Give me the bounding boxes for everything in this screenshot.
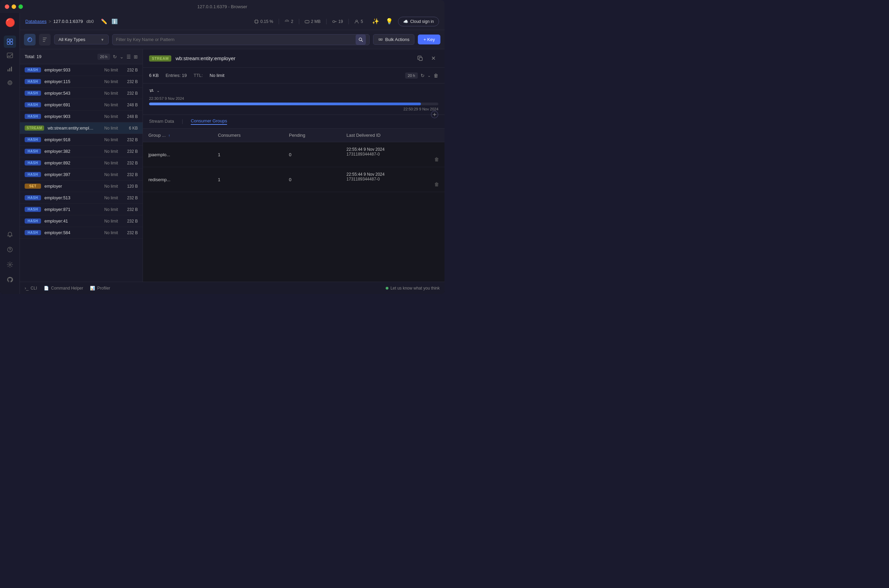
svg-rect-8 bbox=[11, 67, 12, 72]
list-item[interactable]: HASH employer:871 No limit 232 B bbox=[20, 204, 143, 215]
list-item[interactable]: HASH employer:513 No limit 232 B bbox=[20, 192, 143, 204]
ttl-filter-badge: 20 h bbox=[98, 54, 110, 60]
tab-stream-data[interactable]: Stream Data bbox=[149, 118, 174, 124]
ai-assistant-icon[interactable]: ✨ bbox=[371, 16, 381, 27]
svg-point-18 bbox=[359, 38, 362, 40]
refresh-icon[interactable]: ↻ bbox=[113, 54, 117, 60]
row-delete-icon[interactable]: 🗑 bbox=[434, 182, 439, 187]
databases-link[interactable]: Databases bbox=[25, 19, 47, 24]
stat-divider-3 bbox=[326, 19, 327, 24]
cloud-signin-button[interactable]: ☁️ Cloud sign in bbox=[398, 17, 439, 26]
list-item[interactable]: HASH employer:903 No limit 248 B bbox=[20, 111, 143, 122]
tab-consumer-groups[interactable]: Consumer Groups bbox=[191, 118, 227, 125]
command-helper-item[interactable]: 📄 Command Helper bbox=[44, 286, 83, 291]
svg-rect-3 bbox=[7, 42, 10, 45]
svg-rect-1 bbox=[7, 39, 10, 41]
key-name: wb:stream:entity:employer bbox=[48, 126, 94, 130]
ttl-label: TTL: bbox=[194, 73, 203, 78]
copy-key-icon[interactable] bbox=[415, 53, 425, 64]
col-last-delivered[interactable]: Last Delivered ID bbox=[341, 129, 444, 142]
info-icon[interactable]: ℹ️ bbox=[110, 17, 119, 26]
main-pane: Total: 19 20 h ↻ ⌄ ☰ ⊞ HASH employer:933… bbox=[20, 49, 444, 282]
sort-icon: ↑ bbox=[168, 134, 170, 137]
list-item[interactable]: HASH employer:892 No limit 232 B bbox=[20, 157, 143, 169]
key-type-badge: HASH bbox=[25, 91, 41, 96]
key-size: 232 B bbox=[122, 91, 138, 96]
svg-rect-5 bbox=[7, 53, 13, 58]
chevron-down-icon[interactable]: ⌄ bbox=[120, 54, 124, 60]
window-controls bbox=[5, 4, 23, 9]
list-item[interactable]: HASH employer:543 No limit 232 B bbox=[20, 87, 143, 99]
key-name: employer:382 bbox=[44, 149, 94, 154]
detail-header: STREAM wb:stream:entity:employer ✕ bbox=[143, 49, 444, 68]
grid-view-icon[interactable]: ⊞ bbox=[134, 54, 138, 60]
list-item[interactable]: HASH employer:115 No limit 232 B bbox=[20, 76, 143, 87]
list-item[interactable]: HASH employer:584 No limit 232 B bbox=[20, 227, 143, 238]
connections-stat: 2 bbox=[284, 19, 293, 24]
memory-value: 2 MB bbox=[311, 19, 321, 24]
meta-refresh-icon[interactable]: ↻ bbox=[420, 73, 425, 78]
key-size: 248 B bbox=[122, 114, 138, 119]
col-group[interactable]: Group ... ↑ bbox=[143, 129, 212, 142]
key-ttl: No limit bbox=[98, 102, 118, 107]
col-pending[interactable]: Pending bbox=[284, 129, 341, 142]
key-name: employer:892 bbox=[44, 160, 94, 165]
stat-divider-2 bbox=[299, 19, 299, 24]
cg-data-table: Group ... ↑ Consumers Pending bbox=[143, 129, 444, 192]
list-item[interactable]: STREAM wb:stream:entity:employer No limi… bbox=[20, 122, 143, 134]
sidebar: 🔴 bbox=[0, 13, 20, 294]
edit-connection-icon[interactable]: ✏️ bbox=[100, 17, 108, 26]
add-key-button[interactable]: + Key bbox=[418, 34, 440, 45]
key-name: employer:871 bbox=[44, 207, 94, 212]
maximize-dot[interactable] bbox=[18, 4, 23, 9]
row-delete-icon[interactable]: 🗑 bbox=[434, 157, 439, 162]
cg-group-name: redisemp... bbox=[143, 167, 212, 192]
sidebar-item-notifications[interactable] bbox=[4, 228, 16, 241]
search-button[interactable] bbox=[356, 34, 366, 45]
profiler-item[interactable]: 📊 Profiler bbox=[90, 286, 110, 291]
detail-tabs: Stream Data Consumer Groups bbox=[143, 115, 444, 129]
feedback-status-dot bbox=[386, 287, 389, 290]
col-consumers[interactable]: Consumers bbox=[212, 129, 284, 142]
cg-consumers: 1 bbox=[212, 142, 284, 167]
minimize-dot[interactable] bbox=[12, 4, 16, 9]
list-item[interactable]: HASH employer:382 No limit 232 B bbox=[20, 146, 143, 157]
bulk-actions-label: Bulk Actions bbox=[385, 37, 410, 42]
meta-delete-icon[interactable]: 🗑 bbox=[434, 73, 438, 78]
database-name: db0 bbox=[87, 19, 94, 24]
detail-meta: 6 KB Entries: 19 TTL: No limit 20 h ↻ ⌄ … bbox=[143, 68, 444, 83]
sidebar-item-analytics[interactable] bbox=[4, 63, 16, 75]
meta-actions: 20 h ↻ ⌄ 🗑 bbox=[405, 72, 438, 79]
bulk-actions-button[interactable]: Bulk Actions bbox=[373, 34, 415, 45]
cli-item[interactable]: ›_ CLI bbox=[25, 285, 37, 291]
key-name: employer:584 bbox=[44, 230, 94, 235]
list-item[interactable]: HASH employer:918 No limit 232 B bbox=[20, 134, 143, 146]
key-size: 6 KB bbox=[122, 126, 138, 130]
close-panel-icon[interactable]: ✕ bbox=[428, 53, 438, 64]
feedback-item[interactable]: Let us know what you think bbox=[386, 286, 440, 291]
key-name: employer bbox=[44, 184, 94, 189]
list-item[interactable]: HASH employer:691 No limit 248 B bbox=[20, 99, 143, 111]
feedback-label: Let us know what you think bbox=[390, 286, 440, 291]
filter-input[interactable] bbox=[116, 37, 353, 42]
key-type-badge: HASH bbox=[25, 219, 41, 224]
key-type-dropdown[interactable]: All Key Types ▼ bbox=[54, 34, 109, 45]
list-view-icon[interactable]: ☰ bbox=[126, 54, 131, 60]
filter-input-wrap bbox=[112, 34, 369, 45]
close-dot[interactable] bbox=[5, 4, 9, 9]
sidebar-item-help[interactable] bbox=[4, 243, 16, 256]
key-ttl: No limit bbox=[98, 172, 118, 177]
list-item[interactable]: SET employer No limit 120 B bbox=[20, 180, 143, 192]
lightbulb-icon[interactable]: 💡 bbox=[384, 16, 395, 27]
sidebar-item-workbench[interactable] bbox=[4, 49, 16, 62]
tree-view-btn[interactable] bbox=[39, 34, 51, 45]
browser-view-btn[interactable] bbox=[24, 34, 36, 45]
sidebar-item-settings[interactable] bbox=[4, 258, 16, 271]
sidebar-item-browser[interactable] bbox=[4, 36, 16, 48]
sidebar-item-github[interactable] bbox=[4, 273, 16, 286]
meta-chevron-icon[interactable]: ⌄ bbox=[427, 73, 431, 78]
list-item[interactable]: HASH employer:41 No limit 232 B bbox=[20, 215, 143, 227]
list-item[interactable]: HASH employer:933 No limit 232 B bbox=[20, 64, 143, 76]
sidebar-item-pubsub[interactable] bbox=[4, 76, 16, 89]
list-item[interactable]: HASH employer:397 No limit 232 B bbox=[20, 169, 143, 180]
